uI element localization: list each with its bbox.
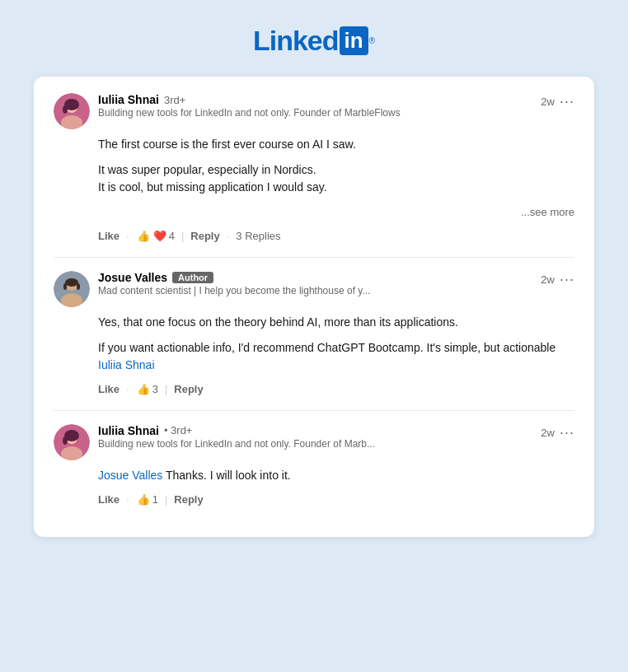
comment-2-like-btn[interactable]: Like [98, 383, 120, 395]
comment-2-meta-right: 2w ··· [541, 271, 574, 288]
comment-1-more-button[interactable]: ··· [560, 93, 574, 110]
comment-2-user-name: Josue Valles [98, 271, 167, 284]
divider-3: · [227, 230, 230, 242]
svg-point-5 [63, 105, 68, 114]
thumbs-up-icon-2: 👍 [136, 382, 151, 397]
comment-1-text-1: The first course is the first ever cours… [98, 136, 574, 153]
comment-1-meta-right: 2w ··· [541, 93, 574, 110]
author-badge: Author [172, 272, 213, 283]
comment-2-reactions: 👍 3 [136, 382, 158, 397]
comment-3-meta-right: 2w ··· [541, 424, 574, 441]
comment-1-text-2: It was super popular, especially in Nord… [98, 161, 574, 196]
comment-1-headline: Building new tools for LinkedIn and not … [98, 107, 401, 119]
comment-3-like-btn[interactable]: Like [98, 493, 120, 506]
comment-3-user-info: Iuliia Shnai • 3rd+ Building new tools f… [98, 424, 375, 450]
comment-3-headline: Building new tools for LinkedIn and not … [98, 438, 375, 450]
comment-2: Josue Valles Author Mad content scientis… [54, 257, 574, 410]
comment-1-reaction-count: 4 [169, 230, 175, 242]
comment-2-text-2: If you want actionable info, I'd recomme… [98, 339, 574, 374]
divider-6: · [126, 493, 129, 506]
comment-1-reactions: 👍 ❤️ 4 [136, 229, 175, 244]
comment-3-text-1: Josue Valles Thanks. I will look into it… [98, 467, 574, 484]
svg-point-10 [63, 283, 67, 290]
comment-2-more-button[interactable]: ··· [560, 271, 574, 288]
comment-3-reaction-count: 1 [152, 493, 158, 506]
comment-1-header-left: Iuliia Shnai 3rd+ Building new tools for… [54, 93, 401, 129]
divider-2: | [181, 230, 184, 242]
comment-2-header: Josue Valles Author Mad content scientis… [54, 271, 574, 307]
thumbs-up-icon: 👍 [136, 229, 151, 244]
divider-5: | [165, 383, 167, 395]
comment-1-body: The first course is the first ever cours… [98, 136, 574, 221]
comment-2-reply-btn[interactable]: Reply [174, 383, 203, 395]
comment-2-actions: Like · 👍 3 | Reply [98, 382, 574, 397]
comment-1-reply-btn[interactable]: Reply [190, 230, 219, 242]
comment-1-name-row: Iuliia Shnai 3rd+ [98, 93, 401, 106]
logo-dot: ® [369, 36, 375, 45]
svg-point-17 [63, 436, 68, 445]
comment-1-timestamp: 2w [541, 96, 555, 108]
comment-3-reply-btn[interactable]: Reply [174, 493, 203, 506]
comment-3-header-left: Iuliia Shnai • 3rd+ Building new tools f… [54, 424, 375, 460]
avatar-josue [54, 271, 90, 307]
comment-3-header: Iuliia Shnai • 3rd+ Building new tools f… [54, 424, 574, 460]
logo-in-box: in [340, 26, 368, 55]
comment-1-user-name: Iuliia Shnai [98, 93, 159, 106]
comment-2-headline: Mad content scientist | I help you becom… [98, 285, 370, 296]
comment-3-name-row: Iuliia Shnai • 3rd+ [98, 424, 375, 437]
divider-7: | [165, 493, 167, 506]
mention-josue[interactable]: Josue Valles [98, 469, 162, 482]
logo-linked-text: Linked [253, 25, 339, 57]
comment-3-timestamp: 2w [541, 427, 555, 439]
comment-3-degree: • 3rd+ [164, 424, 193, 436]
comment-2-body: Yes, that one focus on the theory behind… [98, 314, 574, 374]
avatar-iuliia [54, 93, 90, 129]
comment-1-degree: 3rd+ [164, 94, 185, 106]
comment-1-replies-text[interactable]: 3 Replies [236, 230, 280, 242]
comments-card: Iuliia Shnai 3rd+ Building new tools for… [34, 77, 594, 537]
comment-1: Iuliia Shnai 3rd+ Building new tools for… [54, 93, 574, 257]
comment-1-see-more[interactable]: ...see more [98, 204, 574, 221]
comment-2-header-left: Josue Valles Author Mad content scientis… [54, 271, 370, 307]
comment-3-actions: Like · 👍 1 | Reply [98, 492, 574, 507]
comment-3-more-button[interactable]: ··· [560, 424, 574, 441]
comment-3-reactions: 👍 1 [136, 492, 158, 507]
comment-2-timestamp: 2w [541, 273, 555, 286]
comment-1-like-btn[interactable]: Like [98, 230, 120, 242]
svg-point-11 [77, 283, 80, 290]
comment-3-body: Josue Valles Thanks. I will look into it… [98, 467, 574, 484]
comment-1-user-info: Iuliia Shnai 3rd+ Building new tools for… [98, 93, 401, 119]
divider-1: · [126, 230, 129, 242]
linkedin-logo: Linkedin® [253, 25, 375, 57]
comment-2-name-row: Josue Valles Author [98, 271, 370, 284]
comment-3-user-name: Iuliia Shnai [98, 424, 159, 437]
svg-point-9 [65, 278, 78, 287]
heart-icon: ❤️ [152, 229, 167, 244]
comment-2-reaction-count: 3 [152, 383, 158, 395]
comment-2-text-1: Yes, that one focus on the theory behind… [98, 314, 574, 331]
mention-iuliia[interactable]: Iuliia Shnai [98, 358, 155, 371]
thumbs-up-icon-3: 👍 [136, 492, 151, 507]
comment-2-user-info: Josue Valles Author Mad content scientis… [98, 271, 370, 296]
avatar-iuliia-2 [54, 424, 90, 460]
comment-3: Iuliia Shnai • 3rd+ Building new tools f… [54, 410, 574, 520]
comment-1-header: Iuliia Shnai 3rd+ Building new tools for… [54, 93, 574, 129]
comment-1-actions: Like · 👍 ❤️ 4 | Reply · 3 Replies [98, 229, 574, 244]
divider-4: · [126, 383, 129, 395]
